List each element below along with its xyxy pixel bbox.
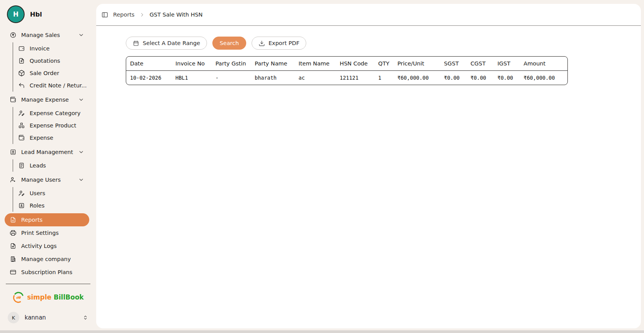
user-menu[interactable]: K kannan: [0, 312, 96, 324]
sidebar-item-label: Roles: [30, 202, 45, 209]
search-button[interactable]: Search: [212, 37, 246, 50]
sidebar-item-lead-management[interactable]: Lead Management: [5, 146, 89, 159]
date-range-button[interactable]: Select A Date Range: [126, 37, 207, 50]
sidebar-item-label: Print Settings: [21, 230, 58, 236]
report-toolbar: Select A Date Range Search Export PDF: [126, 37, 641, 50]
cell-sgst: ₹0.00: [440, 71, 467, 85]
date-range-button-label: Select A Date Range: [143, 40, 200, 46]
calendar-icon: [133, 40, 139, 47]
breadcrumb-page-title: GST Sale With HSN: [150, 12, 203, 18]
rupee-coin-icon: [10, 32, 17, 38]
chevron-down-icon: [78, 177, 84, 183]
chevron-down-icon: [78, 32, 84, 38]
id-card-icon: [18, 202, 25, 209]
sidebar-item-invoice[interactable]: Invoice: [13, 42, 89, 55]
sidebar-item-quotations[interactable]: Quotations: [13, 55, 89, 67]
breadcrumb: Reports GST Sale With HSN: [96, 4, 641, 26]
sidebar-item-users[interactable]: Users: [13, 187, 89, 199]
invoice-wallet-icon: [18, 45, 25, 52]
column-header-qty: QTY: [374, 57, 394, 71]
column-header-item-name: Item Name: [295, 57, 336, 71]
cell-item-name: ac: [295, 71, 336, 85]
sidebar-item-expense-category[interactable]: Expense Category: [13, 107, 89, 119]
manage-expense-submenu: Expense Category Expense Product Expense: [13, 107, 89, 144]
column-header-sgst: SGST: [440, 57, 467, 71]
cell-party-name: bharath: [251, 71, 295, 85]
sidebar-item-label: Credit Note / Retur...: [30, 82, 87, 89]
sidebar-item-leads[interactable]: Leads: [13, 159, 89, 172]
sidebar-item-label: Manage Users: [21, 177, 61, 183]
brand: H Hbl: [0, 5, 96, 23]
wallet-icon: [10, 96, 17, 103]
logo-word-simple: simple: [27, 293, 51, 301]
sidebar-item-print-settings[interactable]: Print Settings: [5, 226, 89, 239]
simplebillbook-logo: simpleBillBook: [0, 291, 96, 303]
export-pdf-button-label: Export PDF: [269, 40, 299, 46]
simplebillbook-logo-icon: [12, 291, 25, 303]
column-header-invoice-no: Invoice No: [172, 57, 212, 71]
cell-price-unit: ₹60,000.00: [394, 71, 440, 85]
chevron-down-icon: [78, 97, 84, 103]
users-icon: [10, 176, 17, 183]
quotation-file-icon: [18, 57, 25, 64]
boxes-icon: [18, 122, 25, 129]
breadcrumb-section[interactable]: Reports: [113, 12, 135, 18]
sidebar-divider: [6, 284, 90, 284]
sidebar-item-manage-expense[interactable]: Manage Expense: [5, 93, 89, 106]
company-initial: H: [13, 10, 18, 18]
download-icon: [259, 40, 265, 47]
sidebar-item-manage-company[interactable]: Manage company: [5, 253, 89, 266]
column-header-hsn-code: HSN Code: [336, 57, 374, 71]
sidebar-item-reports[interactable]: Reports: [5, 213, 89, 226]
column-header-date: Date: [126, 57, 172, 71]
column-header-party-gstin: Party Gstin: [212, 57, 251, 71]
column-header-amount: Amount: [520, 57, 567, 71]
cell-date: 10-02-2026: [126, 71, 172, 85]
id-badge-icon: [10, 149, 17, 156]
column-header-price-unit: Price/Unit: [394, 57, 440, 71]
chevron-right-icon: [139, 12, 145, 18]
cell-qty: 1: [374, 71, 394, 85]
panel-left-icon[interactable]: [101, 11, 108, 18]
wallet-icon: [18, 134, 25, 141]
user-name: kannan: [25, 314, 46, 321]
package-icon: [18, 70, 25, 77]
chevrons-up-down-icon: [82, 315, 88, 321]
cell-cgst: ₹0.00: [467, 71, 494, 85]
table-header-row: Date Invoice No Party Gstin Party Name I…: [126, 57, 567, 71]
sidebar-item-label: Manage Expense: [21, 97, 69, 103]
user-pen-icon: [18, 110, 25, 117]
sidebar-item-sale-order[interactable]: Sale Order: [13, 67, 89, 79]
credit-card-icon: [10, 269, 17, 276]
sidebar-item-label: Subscription Plans: [21, 269, 72, 275]
sidebar-item-label: Invoice: [30, 45, 50, 52]
sidebar-item-label: Manage Sales: [21, 32, 60, 38]
sidebar-item-label: Reports: [21, 217, 43, 223]
cell-invoice-no: HBL1: [172, 71, 212, 85]
sidebar-item-subscription-plans[interactable]: Subscription Plans: [5, 266, 89, 279]
search-button-label: Search: [220, 40, 239, 46]
sidebar-item-label: Expense Category: [30, 110, 80, 116]
sidebar-item-label: Expense Product: [30, 122, 76, 129]
sidebar-item-credit-note[interactable]: Credit Note / Retur...: [13, 79, 89, 92]
sidebar-item-label: Manage company: [21, 256, 71, 262]
sidebar-item-label: Expense: [30, 135, 53, 141]
sidebar-item-roles[interactable]: Roles: [13, 199, 89, 212]
company-avatar[interactable]: H: [7, 5, 25, 23]
logo-word-billbook: BillBook: [54, 293, 84, 301]
user-initial: K: [12, 315, 15, 321]
sidebar-item-manage-sales[interactable]: Manage Sales: [5, 28, 89, 42]
sidebar-item-manage-users[interactable]: Manage Users: [5, 173, 89, 186]
sidebar-item-expense[interactable]: Expense: [13, 132, 89, 144]
main-content-card: Reports GST Sale With HSN Select A Date …: [96, 4, 641, 328]
manage-users-submenu: Users Roles: [13, 187, 89, 212]
cell-igst: ₹0.00: [494, 71, 520, 85]
export-pdf-button[interactable]: Export PDF: [252, 37, 306, 50]
return-arrow-icon: [18, 82, 25, 89]
table-row: 10-02-2026 HBL1 - bharath ac 121121 1 ₹6…: [126, 71, 567, 85]
sidebar-item-activity-logs[interactable]: Activity Logs: [5, 239, 89, 253]
sidebar-item-expense-product[interactable]: Expense Product: [13, 119, 89, 132]
lead-management-submenu: Leads: [13, 159, 89, 172]
manage-sales-submenu: Invoice Quotations Sale Order Credit Not…: [13, 42, 89, 92]
notebook-icon: [18, 162, 25, 169]
